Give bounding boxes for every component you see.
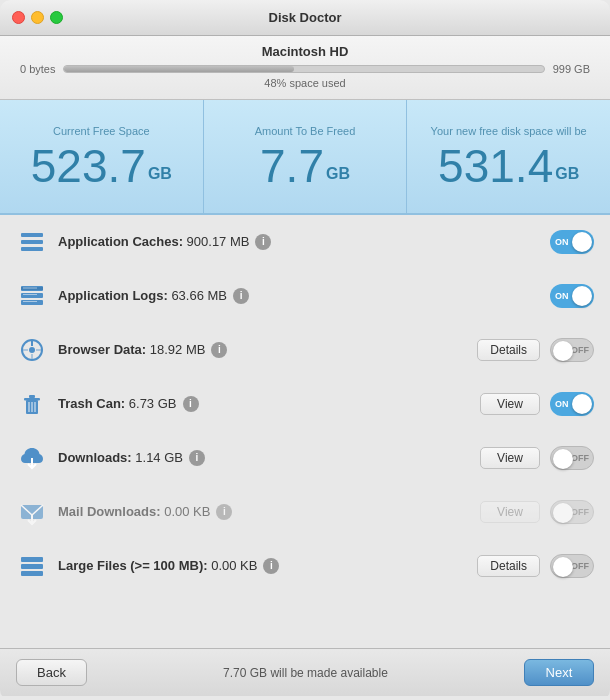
stat-current-free-label: Current Free Space <box>53 124 150 138</box>
browser-data-controls: Details OFF <box>477 338 594 362</box>
browser-data-toggle-label: OFF <box>571 345 589 355</box>
trash-can-toggle-label: ON <box>555 399 569 409</box>
app-logs-text: Application Logs: 63.66 MB i <box>58 288 550 304</box>
mail-downloads-controls: View OFF <box>480 500 594 524</box>
app-caches-icon <box>16 226 48 258</box>
app-caches-label: Application Caches: 900.17 MB <box>58 234 249 249</box>
downloads-toggle[interactable]: OFF <box>550 446 594 470</box>
next-button[interactable]: Next <box>524 659 594 686</box>
stat-current-free-value-row: 523.7 GB <box>31 143 172 189</box>
back-button[interactable]: Back <box>16 659 87 686</box>
app-caches-text: Application Caches: 900.17 MB i <box>58 234 550 250</box>
large-files-info-icon[interactable]: i <box>263 558 279 574</box>
disk-info-bar: Macintosh HD 0 bytes 999 GB 48% space us… <box>0 36 610 100</box>
downloads-toggle-knob <box>553 449 573 469</box>
svg-rect-6 <box>21 300 43 305</box>
browser-data-info-icon[interactable]: i <box>211 342 227 358</box>
list-item-app-logs: Application Logs: 63.66 MB i ON <box>0 269 610 323</box>
footer-status: 7.70 GB will be made available <box>223 666 388 680</box>
svg-rect-0 <box>21 233 43 237</box>
window-title: Disk Doctor <box>269 10 342 25</box>
svg-rect-7 <box>23 294 37 295</box>
browser-data-toggle[interactable]: OFF <box>550 338 594 362</box>
close-button[interactable] <box>12 11 25 24</box>
svg-rect-9 <box>23 287 37 288</box>
svg-rect-17 <box>24 398 40 401</box>
svg-rect-1 <box>21 240 43 244</box>
list-item-trash-can: Trash Can: 6.73 GB i View ON <box>0 377 610 431</box>
progress-bar <box>63 65 544 73</box>
stat-new-free: Your new free disk space will be 531.4 G… <box>407 100 610 213</box>
trash-can-text: Trash Can: 6.73 GB i <box>58 396 480 412</box>
maximize-button[interactable] <box>50 11 63 24</box>
svg-rect-8 <box>23 301 37 302</box>
mail-downloads-info-icon[interactable]: i <box>216 504 232 520</box>
downloads-text: Downloads: 1.14 GB i <box>58 450 480 466</box>
stats-panel: Current Free Space 523.7 GB Amount To Be… <box>0 100 610 215</box>
downloads-info-icon[interactable]: i <box>189 450 205 466</box>
progress-bar-fill <box>64 66 294 72</box>
list-item-mail-downloads: Mail Downloads: 0.00 KB i View OFF <box>0 485 610 539</box>
list-item-downloads: Downloads: 1.14 GB i View OFF <box>0 431 610 485</box>
browser-data-icon <box>16 334 48 366</box>
trash-can-view-btn[interactable]: View <box>480 393 540 415</box>
trash-can-label: Trash Can: 6.73 GB <box>58 396 177 411</box>
app-caches-toggle-knob <box>572 232 592 252</box>
progress-subtitle: 48% space used <box>20 77 590 89</box>
browser-data-toggle-knob <box>553 341 573 361</box>
app-caches-info-icon[interactable]: i <box>255 234 271 250</box>
stat-amount-freed: Amount To Be Freed 7.7 GB <box>204 100 408 213</box>
progress-start-label: 0 bytes <box>20 63 55 75</box>
items-list: Application Caches: 900.17 MB i ON Appli <box>0 215 610 648</box>
downloads-view-btn[interactable]: View <box>480 447 540 469</box>
stat-amount-freed-value-row: 7.7 GB <box>260 143 350 189</box>
browser-data-text: Browser Data: 18.92 MB i <box>58 342 477 358</box>
stat-current-free-number: 523.7 <box>31 143 146 189</box>
stat-new-free-label: Your new free disk space will be <box>431 124 587 138</box>
app-logs-icon <box>16 280 48 312</box>
app-logs-toggle[interactable]: ON <box>550 284 594 308</box>
mail-downloads-label: Mail Downloads: 0.00 KB <box>58 504 210 519</box>
list-item-large-files: Large Files (>= 100 MB): 0.00 KB i Detai… <box>0 539 610 593</box>
app-logs-info-icon[interactable]: i <box>233 288 249 304</box>
large-files-toggle-label: OFF <box>571 561 589 571</box>
mail-downloads-view-btn: View <box>480 501 540 523</box>
mail-downloads-toggle-knob <box>553 503 573 523</box>
trash-can-icon <box>16 388 48 420</box>
svg-rect-27 <box>21 571 43 576</box>
mail-downloads-text: Mail Downloads: 0.00 KB i <box>58 504 480 520</box>
svg-rect-18 <box>29 395 35 398</box>
large-files-label: Large Files (>= 100 MB): 0.00 KB <box>58 558 257 573</box>
trash-can-info-icon[interactable]: i <box>183 396 199 412</box>
app-caches-controls: ON <box>550 230 594 254</box>
stat-current-free: Current Free Space 523.7 GB <box>0 100 204 213</box>
stat-current-free-unit: GB <box>148 165 172 183</box>
svg-point-11 <box>29 347 35 353</box>
large-files-icon <box>16 550 48 582</box>
app-logs-controls: ON <box>550 284 594 308</box>
list-item-browser-data: Browser Data: 18.92 MB i Details OFF <box>0 323 610 377</box>
large-files-details-btn[interactable]: Details <box>477 555 540 577</box>
stat-new-free-number: 531.4 <box>438 143 553 189</box>
minimize-button[interactable] <box>31 11 44 24</box>
stat-amount-freed-label: Amount To Be Freed <box>255 124 356 138</box>
browser-data-label: Browser Data: 18.92 MB <box>58 342 205 357</box>
trash-can-toggle-knob <box>572 394 592 414</box>
progress-end-label: 999 GB <box>553 63 590 75</box>
browser-data-details-btn[interactable]: Details <box>477 339 540 361</box>
mail-downloads-icon <box>16 496 48 528</box>
large-files-controls: Details OFF <box>477 554 594 578</box>
mail-downloads-toggle: OFF <box>550 500 594 524</box>
large-files-toggle-knob <box>553 557 573 577</box>
list-item-app-caches: Application Caches: 900.17 MB i ON <box>0 215 610 269</box>
stat-amount-freed-number: 7.7 <box>260 143 324 189</box>
progress-row: 0 bytes 999 GB <box>20 63 590 75</box>
trash-can-controls: View ON <box>480 392 594 416</box>
stat-new-free-value-row: 531.4 GB <box>438 143 579 189</box>
trash-can-toggle[interactable]: ON <box>550 392 594 416</box>
stat-amount-freed-unit: GB <box>326 165 350 183</box>
large-files-toggle[interactable]: OFF <box>550 554 594 578</box>
app-caches-toggle[interactable]: ON <box>550 230 594 254</box>
stat-new-free-unit: GB <box>555 165 579 183</box>
downloads-icon <box>16 442 48 474</box>
